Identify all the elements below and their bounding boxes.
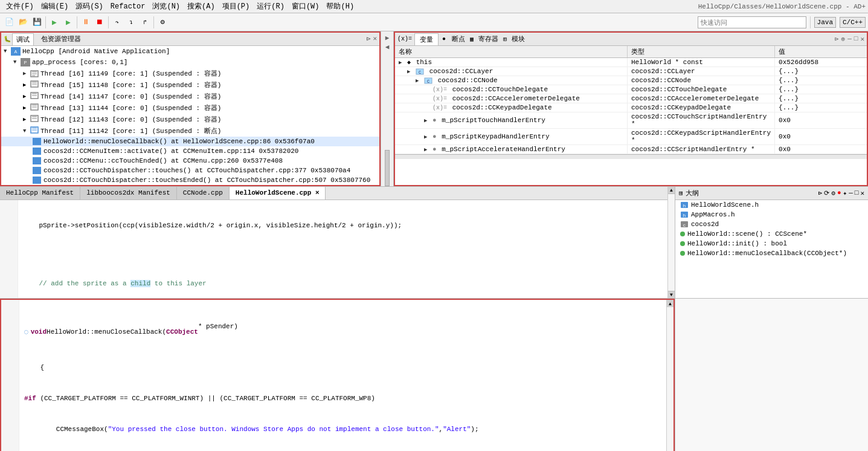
menu-refactor[interactable]: Refactor	[107, 1, 149, 12]
frame-4[interactable]: cocos2d::CCTouchDispatcher::touches() at…	[1, 166, 379, 175]
menu-run[interactable]: 运行(R)	[253, 0, 288, 13]
perspective-cpp[interactable]: C/C++	[840, 17, 866, 28]
editor-tab-manifest1[interactable]: HelloCpp Manifest	[0, 187, 80, 200]
divider-scrollbar[interactable]	[385, 150, 390, 186]
toolbar-debug-btn[interactable]: ▶	[48, 16, 61, 29]
var-hscroll[interactable]	[395, 154, 867, 159]
outline-dot-active[interactable]: ●	[837, 189, 841, 197]
bottom-scrollbar[interactable]: ▲ ▼	[666, 300, 674, 451]
resource-tab[interactable]: 包资源管理器	[36, 33, 86, 45]
var-row-keypad[interactable]: (x)= cocos2d::CCKeypadDelegate cocos2d::…	[395, 103, 867, 112]
menu-edit[interactable]: 编辑(E)	[37, 0, 72, 13]
outline-item-scene[interactable]: HelloWorld::scene() : CCScene*	[675, 229, 868, 239]
divider-icon-2[interactable]: ◀	[385, 43, 390, 51]
modules-label[interactable]: 模块	[509, 33, 527, 45]
editor-tab-ccnode[interactable]: CCNode.cpp	[177, 187, 230, 200]
menu-window[interactable]: 窗口(W)	[288, 0, 323, 13]
registers-label[interactable]: 寄存器	[476, 33, 501, 45]
var-row-touchdelegate[interactable]: (x)= cocos2d::CCTouchDelegate cocos2d::C…	[395, 85, 867, 94]
menu-help[interactable]: 帮助(H)	[323, 0, 358, 13]
toolbar-stepout-btn[interactable]: ↱	[138, 16, 152, 29]
toolbar: 📄 📂 💾 ▶ ▶ ⏸ ⏹ ↷ ↴ ↱ ⚙ Java C/C++	[0, 13, 868, 31]
bottom-code-content[interactable]: ◌void HelloWorld::menuCloseCallback(CCOb…	[19, 300, 666, 451]
toolbar-run-btn[interactable]: ▶	[62, 16, 75, 29]
thread-15[interactable]: ▶ Thread [15] 11148 [core: 1] (Suspended…	[1, 79, 379, 91]
quick-access-input[interactable]	[698, 16, 806, 28]
debug-close-icon[interactable]: ✕	[373, 34, 377, 44]
outline-icon-3[interactable]: ⚙	[831, 189, 835, 197]
var-row-accel[interactable]: (x)= cocos2d::CCAccelerometerDelegate co…	[395, 94, 867, 103]
toolbar-new-btn[interactable]: 📄	[2, 16, 16, 29]
outline-item-appmacros[interactable]: h AppMacros.h	[675, 210, 868, 219]
thread-13[interactable]: ▶ Thread [13] 11144 [core: 0] (Suspended…	[1, 102, 379, 114]
frame-3[interactable]: cocos2d::CCMenu::ccTouchEnded() at CCMen…	[1, 156, 379, 166]
thread-16[interactable]: ▶ Thread [16] 11149 [core: 1] (Suspended…	[1, 68, 379, 79]
editor-code-body[interactable]: pSprite->setPosition(ccp(visibleSize.wid…	[18, 200, 667, 298]
thread-12[interactable]: ▶ Thread [12] 11143 [core: 0] (Suspended…	[1, 114, 379, 125]
outline-item-helloscene-h[interactable]: h HelloWorldScene.h	[675, 200, 868, 210]
toolbar-save-btn[interactable]: 💾	[30, 16, 43, 29]
var-icon-2[interactable]: ⊕	[841, 35, 846, 43]
var-row-accel-entry[interactable]: ▶ ● m_pScriptAccelerateHandlerEntry coco…	[395, 145, 867, 154]
outline-close[interactable]: ✕	[860, 189, 864, 197]
modules-tab[interactable]: ⊞	[501, 34, 509, 44]
var-row-ccnode[interactable]: ▶ C cocos2d::CCNode cocos2d::CCNode {...…	[395, 76, 867, 85]
outline-item-cocos2d[interactable]: c cocos2d	[675, 219, 868, 229]
outline-item-callback[interactable]: HelloWorld::menuCloseCallback(CCObject*)	[675, 248, 868, 258]
editor-line-numbers	[0, 200, 18, 298]
perspective-java[interactable]: Java	[814, 17, 836, 28]
var-row-cclayer[interactable]: ▶ C cocos2d::CCLayer cocos2d::CCLayer {.…	[395, 67, 867, 76]
breakpoints-label[interactable]: 断点	[449, 33, 468, 45]
var-icon-1[interactable]: ⊳	[835, 35, 839, 43]
var-icon-touch: (x)=	[432, 86, 447, 93]
variables-tab[interactable]: 变量	[414, 33, 439, 45]
var-row-touch-entry[interactable]: ▶ ● m_pScriptTouchHandlerEntry cocos2d::…	[395, 112, 867, 129]
var-close-icon[interactable]: ✕	[860, 35, 864, 43]
toolbar-stepover-btn[interactable]: ↷	[111, 16, 124, 29]
outline-maximize[interactable]: □	[855, 189, 859, 197]
toolbar-stepinto-btn[interactable]: ↴	[124, 16, 138, 29]
toolbar-stop-btn[interactable]: ⏹	[93, 16, 106, 29]
menu-file[interactable]: 文件(F)	[2, 0, 37, 13]
frame-1[interactable]: HelloWorld::menuCloseCallback() at Hello…	[1, 137, 379, 146]
debug-tab[interactable]: 调试	[12, 33, 34, 45]
frame-5[interactable]: cocos2d::CCTouchDispatcher::touchesEnded…	[1, 175, 379, 185]
var-icon-3[interactable]: —	[847, 35, 852, 43]
process-node[interactable]: ▼ P app_process [cores: 0,1]	[1, 57, 379, 68]
bottom-section: ◌void HelloWorld::menuCloseCallback(CCOb…	[0, 299, 868, 451]
frame-2[interactable]: cocos2d::CCMenuItem::activate() at CCMen…	[1, 146, 379, 156]
title-label: HelloCpp/Classes/HelloWorldScene.cpp - A…	[698, 3, 866, 10]
toolbar-suspend-btn[interactable]: ⏸	[79, 16, 92, 29]
thread-11[interactable]: ▼ Thread [11] 11142 [core: 1] (Suspended…	[1, 125, 379, 137]
bottom-scroll-track[interactable]	[667, 307, 674, 451]
editor-scrollbar[interactable]: ▲ ▼	[667, 187, 675, 298]
toolbar-open-btn[interactable]: 📂	[16, 16, 30, 29]
debug-skip-icon[interactable]: ⊳	[366, 34, 370, 44]
editor-tab-manifest2[interactable]: libboocos2dx Manifest	[80, 187, 177, 200]
outline-minimize[interactable]: —	[849, 189, 853, 197]
bottom-scroll-up[interactable]: ▲	[667, 300, 674, 307]
outline-item-init[interactable]: HelloWorld::init() : bool	[675, 239, 868, 248]
menu-navigate[interactable]: 浏览(N)	[149, 0, 184, 13]
editor-tab-helloscene[interactable]: HelloWorldScene.cpp ×	[230, 187, 326, 200]
scroll-down-btn[interactable]: ▼	[668, 291, 675, 298]
toolbar-more-btn[interactable]: ⚙	[156, 16, 169, 29]
menu-source[interactable]: 源码(S)	[72, 0, 107, 13]
outline-icon-2[interactable]: ⟳	[824, 189, 829, 197]
var-row-this[interactable]: ▶ ◆ this HelloWorld * const 0x526dd958	[395, 58, 867, 67]
app-node[interactable]: ▼ A HelloCpp [Android Native Application…	[1, 46, 379, 57]
scroll-track[interactable]	[668, 194, 675, 291]
registers-tab[interactable]: ▦	[468, 34, 476, 44]
menu-search[interactable]: 搜索(A)	[184, 0, 219, 13]
var-icon-4[interactable]: □	[854, 35, 858, 43]
breakpoints-tab[interactable]: ●	[439, 34, 449, 44]
var-row-keypad-entry[interactable]: ▶ ● m_pScriptKeypadHandlerEntry cocos2d:…	[395, 129, 867, 145]
thread-14[interactable]: ▶ Thread [14] 11147 [core: 0] (Suspended…	[1, 91, 379, 102]
scroll-up-btn[interactable]: ▲	[668, 187, 675, 194]
divider-icon-1[interactable]: ▶	[385, 34, 390, 42]
outline-star[interactable]: ✦	[843, 189, 847, 197]
outline-icon-1[interactable]: ⊳	[818, 189, 823, 197]
var-type-keypad-entry: cocos2d::CCKeypadScriptHandlerEntry *	[631, 129, 771, 144]
menu-project[interactable]: 项目(P)	[219, 0, 254, 13]
variables-panel: (x)= 变量 ● 断点 ▦ 寄存器 ⊞ 模块 ⊳ ⊕ — □ ✕	[394, 31, 868, 186]
